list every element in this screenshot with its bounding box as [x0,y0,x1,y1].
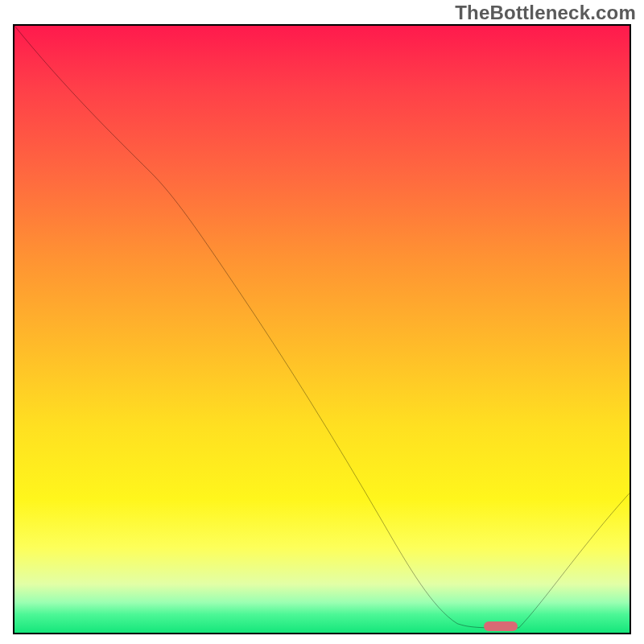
watermark-text: TheBottleneck.com [455,2,636,24]
plot-frame [13,24,631,634]
curve-path [14,26,630,628]
chart-canvas: TheBottleneck.com [0,0,644,644]
marker-pill [484,621,518,631]
line-plot [14,26,630,633]
